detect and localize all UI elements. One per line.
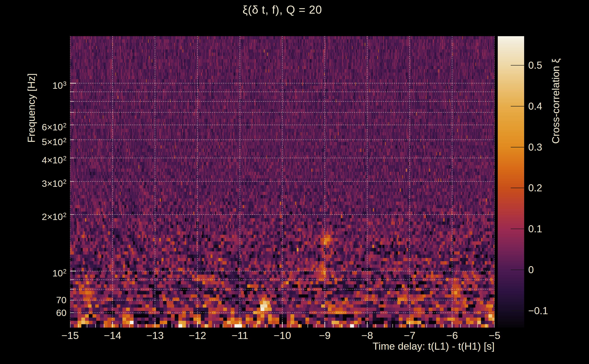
- colorbar-tick-mark: [511, 106, 524, 106]
- x-tick-label: −10: [260, 330, 305, 341]
- y-tick-label: 102: [13, 265, 66, 279]
- y-tick-label: 70: [13, 294, 66, 306]
- x-tick-label: −6: [429, 330, 475, 341]
- colorbar-tick-label: 0.2: [528, 182, 578, 194]
- cross-correlation-heatmap: [70, 36, 495, 328]
- chart-title: ξ(δ t, f), Q = 20: [70, 3, 495, 16]
- colorbar-gradient: [498, 36, 524, 328]
- colorbar-tick-mark: [511, 65, 524, 65]
- x-tick-label: −11: [217, 330, 263, 341]
- x-tick-label: −9: [302, 330, 347, 341]
- y-tick-label: 60: [13, 307, 66, 319]
- colorbar-tick-mark: [511, 311, 524, 311]
- colorbar-tick-mark: [511, 147, 524, 147]
- y-tick-label: 6×102: [13, 119, 66, 133]
- y-tick-label: 3×102: [13, 175, 66, 190]
- x-tick-label: −8: [345, 330, 390, 341]
- y-tick-label: 4×102: [13, 152, 66, 166]
- x-tick-label: −7: [387, 330, 432, 341]
- colorbar-tick-mark: [511, 229, 524, 229]
- y-tick-label: 2×102: [13, 208, 66, 223]
- y-tick-label: 103: [13, 77, 66, 92]
- colorbar-tick-label: −0.1: [528, 305, 578, 317]
- colorbar-tick-mark: [511, 188, 524, 188]
- x-tick-label: −15: [47, 330, 93, 341]
- x-tick-label: −12: [175, 330, 220, 341]
- x-tick-label: −5: [472, 330, 517, 341]
- colorbar-tick-label: 0.1: [528, 223, 578, 235]
- x-tick-label: −14: [90, 330, 135, 341]
- qscan-cross-correlation-figure: ξ(δ t, f), Q = 20 Frequency [Hz] 1036×10…: [0, 0, 589, 364]
- colorbar-tick-label: 0: [528, 264, 578, 276]
- y-tick-label: 5×102: [13, 134, 66, 148]
- x-axis-title: Time delay: t(L1) - t(H1) [s]: [228, 340, 495, 352]
- x-tick-label: −13: [132, 330, 178, 341]
- colorbar-tick-mark: [511, 270, 524, 270]
- colorbar-title: Cross-correlation ξ: [550, 58, 562, 144]
